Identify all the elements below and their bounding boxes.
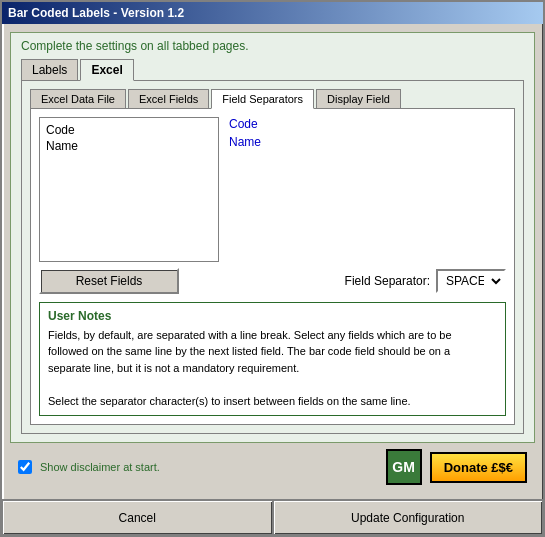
inner-tab-content: Code Name Code Name Reset Fields Field S… bbox=[30, 108, 515, 425]
cancel-button[interactable]: Cancel bbox=[2, 500, 273, 535]
field-separator-label: Field Separator: bbox=[345, 274, 430, 288]
footer-bar: Show disclaimer at start. GM Donate £$€ bbox=[10, 443, 535, 491]
separator-area: Field Separator: SPACE COMMA SEMICOLON T… bbox=[345, 269, 506, 293]
disclaimer-label: Show disclaimer at start. bbox=[40, 461, 378, 473]
gm-button[interactable]: GM bbox=[386, 449, 422, 485]
inner-tabs: Excel Data File Excel Fields Field Separ… bbox=[30, 89, 515, 109]
update-configuration-button[interactable]: Update Configuration bbox=[273, 500, 544, 535]
outer-tab-content: Excel Data File Excel Fields Field Separ… bbox=[21, 80, 524, 434]
title-bar: Bar Coded Labels - Version 1.2 bbox=[2, 2, 543, 24]
action-bar: Cancel Update Configuration bbox=[2, 499, 543, 535]
fields-list-box[interactable]: Code Name bbox=[39, 117, 219, 262]
tab-display-field[interactable]: Display Field bbox=[316, 89, 401, 109]
disclaimer-checkbox[interactable] bbox=[18, 460, 32, 474]
fields-area: Code Name Code Name bbox=[39, 117, 506, 262]
main-window: Bar Coded Labels - Version 1.2 Complete … bbox=[0, 0, 545, 537]
field-link-name[interactable]: Name bbox=[229, 135, 261, 149]
field-item-name-left: Name bbox=[44, 138, 214, 154]
field-item-code-left: Code bbox=[44, 122, 214, 138]
tab-excel-data-file[interactable]: Excel Data File bbox=[30, 89, 126, 109]
bottom-row: Reset Fields Field Separator: SPACE COMM… bbox=[39, 268, 506, 294]
user-notes-text: Fields, by default, are separated with a… bbox=[48, 327, 497, 410]
tab-labels[interactable]: Labels bbox=[21, 59, 78, 81]
tab-excel-fields[interactable]: Excel Fields bbox=[128, 89, 209, 109]
reset-fields-button[interactable]: Reset Fields bbox=[39, 268, 179, 294]
outer-tabs: Labels Excel bbox=[21, 59, 524, 81]
donate-button[interactable]: Donate £$€ bbox=[430, 452, 527, 483]
window-content: Complete the settings on all tabbed page… bbox=[2, 24, 543, 499]
tab-excel[interactable]: Excel bbox=[80, 59, 133, 81]
separator-select[interactable]: SPACE COMMA SEMICOLON TAB NONE bbox=[436, 269, 506, 293]
window-title: Bar Coded Labels - Version 1.2 bbox=[8, 6, 184, 20]
instruction-group: Complete the settings on all tabbed page… bbox=[10, 32, 535, 443]
instruction-label: Complete the settings on all tabbed page… bbox=[21, 39, 524, 53]
user-notes-legend: User Notes bbox=[48, 309, 497, 323]
fields-right: Code Name bbox=[229, 117, 261, 262]
tab-field-separators[interactable]: Field Separators bbox=[211, 89, 314, 109]
field-link-code[interactable]: Code bbox=[229, 117, 261, 131]
user-notes-group: User Notes Fields, by default, are separ… bbox=[39, 302, 506, 417]
